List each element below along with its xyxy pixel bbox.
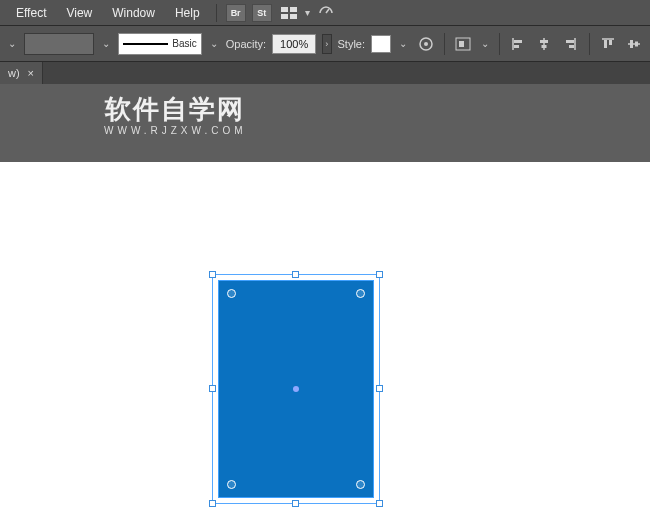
align-to-icon[interactable] — [453, 33, 473, 55]
artboard[interactable] — [0, 162, 650, 529]
opacity-input[interactable] — [272, 34, 316, 54]
graphic-style-swatch[interactable] — [371, 35, 391, 53]
corner-radius-widget-tl[interactable] — [227, 289, 236, 298]
svg-rect-8 — [459, 41, 464, 47]
svg-rect-16 — [566, 40, 574, 43]
document-tab-label: w) — [8, 67, 20, 79]
toolbar-separator — [589, 33, 590, 55]
resize-handle-tl[interactable] — [209, 271, 216, 278]
pasteboard-area: 软件自学网 WWW.RJZXW.COM — [0, 84, 650, 162]
chevron-down-icon[interactable]: ⌄ — [479, 38, 491, 49]
resize-handle-l[interactable] — [209, 385, 216, 392]
chevron-down-icon[interactable]: ⌄ — [6, 38, 18, 49]
svg-rect-17 — [569, 45, 574, 48]
svg-rect-2 — [281, 14, 288, 19]
stroke-profile-label: Basic — [172, 38, 196, 49]
menu-separator — [216, 4, 217, 22]
fill-stroke-swatch[interactable] — [24, 33, 94, 55]
resize-handle-t[interactable] — [292, 271, 299, 278]
stroke-profile-dropdown[interactable]: Basic — [118, 33, 202, 55]
menu-bar: Effect View Window Help Br St ▾ — [0, 0, 650, 26]
resize-handle-tr[interactable] — [376, 271, 383, 278]
align-right-icon[interactable] — [560, 33, 580, 55]
toolbar-separator — [499, 33, 500, 55]
control-toolbar: ⌄ ⌄ Basic ⌄ Opacity: › Style: ⌄ ⌄ — [0, 26, 650, 62]
align-left-icon[interactable] — [508, 33, 528, 55]
watermark: 软件自学网 WWW.RJZXW.COM — [104, 92, 247, 136]
svg-line-4 — [326, 9, 329, 13]
align-top-icon[interactable] — [597, 33, 617, 55]
resize-handle-br[interactable] — [376, 500, 383, 507]
svg-rect-14 — [542, 45, 547, 48]
align-center-h-icon[interactable] — [534, 33, 554, 55]
menu-view[interactable]: View — [56, 2, 102, 24]
svg-rect-3 — [290, 14, 297, 19]
recolor-icon[interactable] — [415, 33, 435, 55]
align-middle-v-icon[interactable] — [624, 33, 644, 55]
resize-handle-r[interactable] — [376, 385, 383, 392]
opacity-stepper[interactable]: › — [322, 34, 331, 54]
corner-radius-widget-tr[interactable] — [356, 289, 365, 298]
chevron-down-icon[interactable]: ⌄ — [397, 38, 409, 49]
resize-handle-bl[interactable] — [209, 500, 216, 507]
svg-rect-19 — [604, 40, 607, 48]
watermark-title: 软件自学网 — [104, 92, 247, 127]
close-icon[interactable]: × — [28, 67, 34, 79]
svg-rect-23 — [635, 41, 638, 46]
stock-icon[interactable]: St — [252, 4, 272, 22]
document-tab-bar: w) × — [0, 62, 650, 84]
svg-rect-1 — [290, 7, 297, 12]
gpu-preview-icon[interactable] — [315, 4, 337, 22]
svg-rect-11 — [514, 45, 519, 48]
chevron-down-icon[interactable]: ⌄ — [100, 38, 112, 49]
svg-rect-10 — [514, 40, 522, 43]
toolbar-separator — [444, 33, 445, 55]
menu-effect[interactable]: Effect — [6, 2, 56, 24]
menu-window[interactable]: Window — [102, 2, 165, 24]
svg-rect-13 — [540, 40, 548, 43]
corner-radius-widget-br[interactable] — [356, 480, 365, 489]
chevron-down-icon[interactable]: ⌄ — [208, 38, 220, 49]
svg-rect-22 — [630, 40, 633, 48]
document-tab[interactable]: w) × — [0, 62, 43, 84]
resize-handle-b[interactable] — [292, 500, 299, 507]
svg-point-6 — [424, 42, 428, 46]
center-point-icon[interactable] — [293, 386, 299, 392]
stroke-line-icon — [123, 43, 168, 45]
style-label: Style: — [338, 38, 366, 50]
svg-rect-20 — [609, 40, 612, 45]
corner-radius-widget-bl[interactable] — [227, 480, 236, 489]
svg-rect-0 — [281, 7, 288, 12]
opacity-label: Opacity: — [226, 38, 266, 50]
chevron-down-icon[interactable]: ▾ — [303, 7, 312, 18]
bridge-icon[interactable]: Br — [226, 4, 246, 22]
watermark-subtitle: WWW.RJZXW.COM — [104, 125, 247, 136]
menu-help[interactable]: Help — [165, 2, 210, 24]
arrange-docs-icon[interactable] — [278, 4, 300, 22]
selected-rectangle-shape[interactable] — [218, 280, 374, 498]
